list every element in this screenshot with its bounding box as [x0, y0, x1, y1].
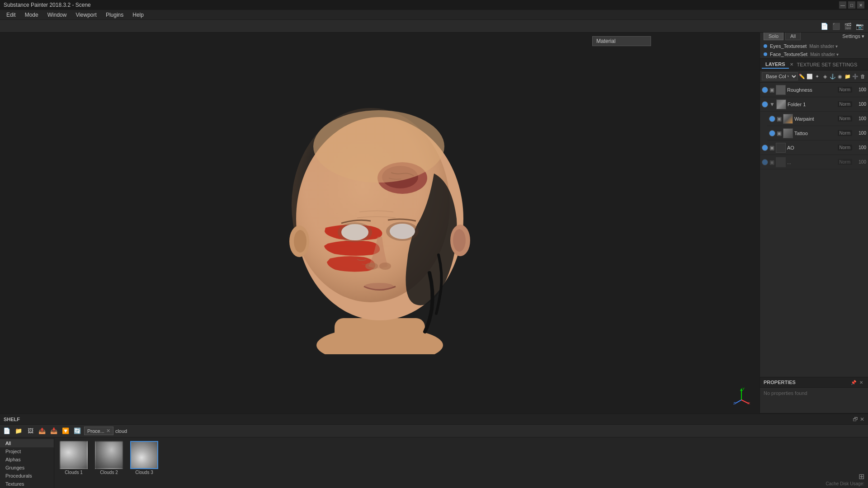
shelf-header: SHELF 🗗 ✕ — [0, 414, 868, 425]
tsl-solo-tab[interactable]: Solo — [764, 32, 783, 40]
svg-text:Z: Z — [733, 401, 736, 404]
blend-mode-select[interactable]: Base Col ▾ — [762, 72, 798, 80]
folder1-visibility[interactable] — [762, 101, 768, 108]
svg-point-14 — [365, 263, 378, 270]
layer-extra[interactable]: ▣ ... Norm 100 — [760, 155, 868, 169]
face-ts-shader[interactable]: Main shader ▾ — [810, 52, 839, 57]
shelf-header-right: 🗗 ✕ — [853, 416, 864, 422]
shelf-item-clouds2[interactable]: Clouds 2 — [93, 441, 125, 475]
extra-thumb — [776, 157, 786, 167]
layer-roughness[interactable]: ▣ Roughness Norm 100 — [760, 83, 868, 97]
shelf-cat-project[interactable]: Project — [0, 447, 54, 455]
pencil-icon[interactable]: ✏️ — [799, 72, 806, 81]
eyes-ts-name: Eyes_Textureset — [770, 43, 807, 49]
shelf-refresh-icon[interactable]: 🔄 — [72, 426, 82, 436]
face-visibility-dot — [764, 52, 767, 56]
shelf-search-input[interactable] — [115, 428, 151, 434]
svg-point-13 — [386, 222, 419, 241]
shelf-cat-textures[interactable]: Textures — [0, 480, 54, 488]
texture-set-eyes[interactable]: Eyes_Textureset Main shader ▾ — [760, 42, 868, 50]
document-icon[interactable]: 📄 — [819, 21, 829, 31]
warpaint-name: Warpaint — [794, 116, 836, 122]
shelf-cat-all[interactable]: All — [0, 439, 54, 447]
shelf-item-clouds3[interactable]: Clouds 3 — [128, 441, 160, 475]
shelf-content: Clouds 1 Clouds 2 Clouds 3 — [54, 437, 868, 488]
layers-tab[interactable]: LAYERS — [762, 61, 789, 69]
layers-close-icon[interactable]: ✕ — [790, 62, 793, 67]
add-folder-icon[interactable]: 📁 — [844, 72, 851, 81]
shelf-minimize-button[interactable]: 🗗 — [853, 416, 858, 422]
layers-header: LAYERS ✕ TEXTURE SET SETTINGS — [760, 59, 868, 70]
roughness-opacity: 100 — [854, 87, 866, 92]
roughness-thumb — [776, 85, 786, 95]
shelf-folder-icon[interactable]: 📁 — [14, 426, 24, 436]
shelf-receive-icon[interactable]: 📥 — [49, 426, 59, 436]
layer-tattoo[interactable]: ▣ Tattoo Norm 100 — [767, 126, 868, 141]
layer-ao[interactable]: ▣ AO Norm 100 — [760, 141, 868, 155]
tsl-all-tab[interactable]: All — [785, 32, 801, 40]
shelf-close-button[interactable]: ✕ — [860, 416, 864, 422]
menu-viewport[interactable]: Viewport — [71, 11, 101, 19]
maximize-button[interactable]: □ — [848, 1, 855, 9]
extra-visibility[interactable] — [762, 159, 768, 165]
layers-icon[interactable]: ⬛ — [831, 21, 841, 31]
tsl-settings-button[interactable]: Settings ▾ — [842, 33, 864, 39]
texture-set-face[interactable]: Face_TextureSet Main shader ▾ — [760, 50, 868, 58]
tattoo-name: Tattoo — [794, 131, 836, 136]
mask-add-icon[interactable]: ⬜ — [807, 72, 813, 81]
extra-blend: Norm — [838, 159, 852, 165]
minimize-button[interactable]: — — [839, 1, 846, 9]
ao-name: AO — [787, 145, 836, 150]
paint-through-icon[interactable]: ◈ — [821, 72, 828, 81]
head-model — [262, 92, 497, 354]
tattoo-visibility[interactable] — [769, 130, 775, 136]
shelf-cat-procedurals[interactable]: Procedurals — [0, 472, 54, 480]
viewport[interactable]: Material — [0, 33, 760, 413]
solo-layer-icon[interactable]: ◉ — [837, 72, 844, 81]
props-pin-button[interactable]: 📌 — [850, 379, 857, 385]
roughness-visibility[interactable] — [762, 87, 768, 93]
layers-list: ▣ Roughness Norm 100 ▼ Folder 1 Norm 100… — [760, 83, 868, 377]
ao-opacity: 100 — [854, 145, 866, 150]
delete-layer-icon[interactable]: 🗑 — [859, 72, 866, 81]
shelf-sidebar: All Project Alphas Grunges Procedurals T… — [0, 437, 54, 488]
warpaint-visibility[interactable] — [769, 116, 775, 122]
shelf-file-icon[interactable]: 📄 — [2, 426, 12, 436]
shelf-toolbar: 📄 📁 🖼 📤 📥 🔽 🔄 Proce... ✕ — [0, 425, 868, 437]
menu-mode[interactable]: Mode — [20, 11, 43, 19]
roughness-folder-icon: ▣ — [769, 87, 774, 93]
close-button[interactable]: ✕ — [857, 1, 864, 9]
svg-line-25 — [735, 400, 741, 404]
shelf-item-clouds1[interactable]: Clouds 1 — [58, 441, 90, 475]
eyes-ts-shader[interactable]: Main shader ▾ — [809, 44, 838, 49]
shelf-send-icon[interactable]: 📤 — [37, 426, 47, 436]
menu-plugins[interactable]: Plugins — [101, 11, 128, 19]
menu-help[interactable]: Help — [128, 11, 148, 19]
menu-edit[interactable]: Edit — [2, 11, 20, 19]
ao-folder-icon: ▣ — [769, 145, 774, 151]
svg-point-21 — [313, 110, 444, 183]
shelf-filter-icon[interactable]: 🔽 — [61, 426, 71, 436]
svg-text:X: X — [748, 401, 750, 404]
warpaint-folder-icon: ▣ — [777, 116, 782, 122]
anchor-icon[interactable]: ⚓ — [829, 72, 836, 81]
menu-window[interactable]: Window — [43, 11, 71, 19]
search-tag-close-icon[interactable]: ✕ — [106, 428, 110, 434]
folder1-blend: Norm — [838, 101, 852, 107]
roughness-name: Roughness — [787, 87, 836, 93]
shelf-image-icon[interactable]: 🖼 — [25, 426, 35, 436]
layer-folder1[interactable]: ▼ Folder 1 Norm 100 — [760, 97, 868, 112]
tss-tab[interactable]: TEXTURE SET SETTINGS — [793, 61, 861, 68]
props-close-button[interactable]: ✕ — [858, 379, 864, 385]
photo-icon[interactable]: 📷 — [854, 21, 864, 31]
warpaint-opacity: 100 — [854, 116, 866, 121]
effect-icon[interactable]: ✦ — [814, 72, 821, 81]
toolbar: 📄 ⬛ 🎬 📷 — [0, 20, 868, 33]
shelf-cat-grunges[interactable]: Grunges — [0, 464, 54, 472]
shelf-grid-view-button[interactable]: ⊞ — [859, 472, 864, 481]
shelf-cat-alphas[interactable]: Alphas — [0, 455, 54, 464]
add-fill-icon[interactable]: ➕ — [852, 72, 859, 81]
video-icon[interactable]: 🎬 — [843, 21, 853, 31]
ao-visibility[interactable] — [762, 145, 768, 151]
layer-warpaint[interactable]: ▣ Warpaint Norm 100 — [767, 112, 868, 126]
